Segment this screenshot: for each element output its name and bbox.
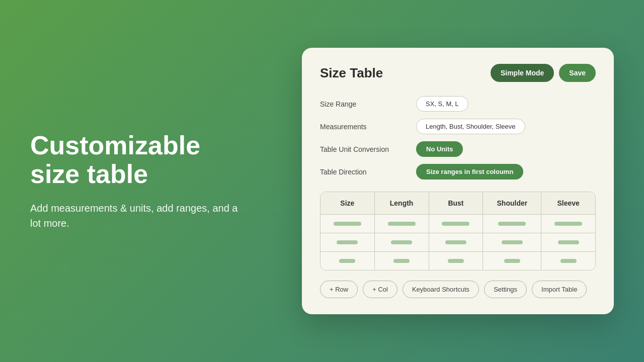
size-range-row: Size Range SX, S, M, L [320, 96, 596, 112]
cell-bar [560, 259, 577, 263]
cell-bar [442, 222, 469, 226]
main-description: Add measurements & units, add ranges, an… [30, 201, 242, 231]
size-table: Size Length Bust Shoulder Sleeve [320, 192, 595, 270]
main-heading: Customizable size table [30, 131, 242, 189]
add-col-button[interactable]: + Col [363, 281, 397, 298]
table-direction-row: Table Direction Size ranges in first col… [320, 164, 596, 179]
keyboard-shortcuts-button[interactable]: Keyboard Shortcuts [403, 281, 479, 298]
left-panel: Customizable size table Add measurements… [30, 131, 242, 231]
cell-bar [339, 259, 355, 263]
col-header-size: Size [320, 192, 374, 215]
unit-conversion-row: Table Unit Conversion No Units [320, 141, 596, 157]
card-header: Size Table Simple Mode Save [320, 64, 596, 82]
size-range-label: Size Range [320, 100, 408, 108]
cell-bar [558, 240, 579, 244]
table-row [320, 215, 595, 233]
cell-bar [388, 222, 416, 226]
cell-bar [498, 222, 526, 226]
cell-bar [393, 259, 410, 263]
col-header-sleeve: Sleeve [541, 192, 595, 215]
import-table-button[interactable]: Import Table [532, 281, 587, 298]
save-button[interactable]: Save [559, 64, 596, 82]
table-direction-button[interactable]: Size ranges in first coloumn [416, 164, 523, 179]
no-units-button[interactable]: No Units [416, 141, 463, 157]
unit-conversion-label: Table Unit Conversion [320, 145, 408, 153]
measurements-label: Measurements [320, 123, 408, 131]
cell-bar [391, 240, 412, 244]
size-table-card: Size Table Simple Mode Save Size Range S… [302, 48, 614, 314]
col-header-length: Length [374, 192, 429, 215]
settings-section: Size Range SX, S, M, L Measurements Leng… [320, 96, 596, 179]
header-buttons: Simple Mode Save [491, 64, 596, 82]
card-title: Size Table [320, 65, 383, 81]
col-header-shoulder: Shoulder [483, 192, 541, 215]
simple-mode-button[interactable]: Simple Mode [491, 64, 554, 82]
table-direction-label: Table Direction [320, 168, 408, 176]
table-row [320, 233, 595, 252]
settings-button[interactable]: Settings [484, 281, 527, 298]
cell-bar [334, 222, 361, 226]
measurements-value[interactable]: Length, Bust, Shoulder, Sleeve [416, 119, 525, 134]
table-header-row: Size Length Bust Shoulder Sleeve [320, 192, 595, 215]
col-header-bust: Bust [429, 192, 483, 215]
size-table-container: Size Length Bust Shoulder Sleeve [320, 192, 596, 270]
size-range-value[interactable]: SX, S, M, L [416, 96, 468, 112]
cell-bar [337, 240, 358, 244]
table-row [320, 252, 595, 270]
bottom-buttons: + Row + Col Keyboard Shortcuts Settings … [320, 281, 596, 298]
cell-bar [502, 240, 523, 244]
cell-bar [554, 222, 582, 226]
cell-bar [504, 259, 520, 263]
measurements-row: Measurements Length, Bust, Shoulder, Sle… [320, 119, 596, 134]
cell-bar [448, 259, 464, 263]
cell-bar [445, 240, 466, 244]
add-row-button[interactable]: + Row [320, 281, 358, 298]
